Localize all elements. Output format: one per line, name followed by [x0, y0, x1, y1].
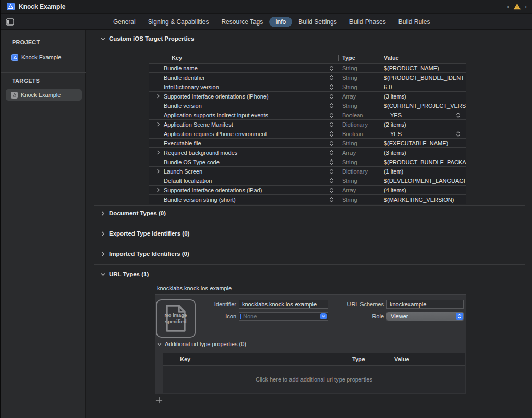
role-popup-button[interactable]: Viewer — [386, 312, 464, 321]
table-row[interactable]: Supported interface orientations (iPad)A… — [149, 185, 466, 194]
key-stepper-icon[interactable] — [329, 112, 334, 118]
table-row[interactable]: Bundle identifierString$(PRODUCT_BUNDLE_… — [149, 72, 466, 82]
key-stepper-icon[interactable] — [329, 93, 334, 100]
property-value[interactable]: (3 items) — [384, 150, 466, 156]
disclosure-chevron-icon[interactable] — [156, 169, 161, 174]
property-type[interactable]: Dictionary — [342, 121, 368, 128]
property-value[interactable]: (4 items) — [384, 187, 466, 193]
disclosure-chevron-icon[interactable] — [156, 150, 161, 155]
warning-icon[interactable] — [513, 3, 521, 10]
property-type[interactable]: String — [342, 140, 357, 146]
key-stepper-icon[interactable] — [329, 187, 334, 193]
property-value[interactable]: $(MARKETING_VERSION) — [384, 196, 466, 203]
identifier-field[interactable] — [239, 300, 328, 309]
tab-build-settings[interactable]: Build Settings — [292, 17, 343, 27]
chevron-right-icon[interactable] — [101, 252, 105, 256]
icon-combo-box[interactable]: None — [239, 312, 328, 321]
tab-signing-capabilities[interactable]: Signing & Capabilities — [142, 17, 215, 27]
section-document-types[interactable]: Document Types (0) — [101, 210, 166, 216]
table-row[interactable]: InfoDictionary versionString6.0 — [149, 82, 466, 91]
value-stepper-icon[interactable] — [456, 112, 461, 118]
disclosure-chevron-icon[interactable] — [156, 122, 161, 127]
section-url-types[interactable]: URL Types (1) — [101, 271, 149, 277]
tab-build-rules[interactable]: Build Rules — [392, 17, 437, 27]
nav-back-icon[interactable]: ‹ — [507, 3, 509, 10]
table-row[interactable]: Executable fileString$(EXECUTABLE_NAME) — [149, 138, 466, 147]
key-stepper-icon[interactable] — [329, 196, 334, 203]
property-type[interactable]: Dictionary — [342, 168, 368, 175]
property-value[interactable]: $(EXECUTABLE_NAME) — [384, 140, 466, 146]
table-row[interactable]: Bundle OS Type codeString$(PRODUCT_BUNDL… — [149, 157, 466, 166]
add-url-type-button[interactable] — [155, 396, 163, 404]
property-value[interactable]: YES — [390, 112, 466, 118]
table-row[interactable]: Required background modesArray(3 items) — [149, 147, 466, 157]
property-type[interactable]: Array — [342, 93, 356, 100]
property-value[interactable]: (1 item) — [384, 168, 466, 175]
section-exported-type-identifiers[interactable]: Exported Type Identifiers (0) — [101, 230, 189, 237]
chevron-right-icon[interactable] — [101, 211, 105, 216]
table-row[interactable]: Application Scene ManifestDictionary(2 i… — [149, 119, 466, 129]
tab-resource-tags[interactable]: Resource Tags — [215, 17, 269, 27]
property-type[interactable]: String — [342, 84, 357, 90]
table-row[interactable]: Bundle version string (short)String$(MAR… — [149, 194, 466, 204]
sidebar-item-project[interactable]: Knock Example — [6, 52, 82, 63]
tab-general[interactable]: General — [107, 17, 142, 27]
sidebar-item-target[interactable]: Knock Example — [6, 89, 82, 101]
table-row[interactable]: Application requires iPhone environmentB… — [149, 129, 466, 138]
property-type[interactable]: Array — [342, 150, 356, 156]
chevron-down-icon[interactable] — [101, 272, 105, 277]
property-value[interactable]: $(PRODUCT_NAME) — [384, 65, 466, 71]
property-value[interactable]: $(DEVELOPMENT_LANGUAGI — [384, 178, 466, 184]
property-value[interactable]: (2 items) — [384, 121, 466, 128]
key-stepper-icon[interactable] — [329, 131, 334, 137]
property-type[interactable]: String — [342, 159, 357, 165]
nav-forward-icon[interactable]: › — [525, 3, 527, 10]
property-type[interactable]: String — [342, 75, 357, 81]
property-value[interactable]: $(PRODUCT_BUNDLE_IDENT — [384, 75, 466, 81]
combo-dropdown-button[interactable] — [320, 313, 327, 319]
section-imported-type-identifiers[interactable]: Imported Type Identifiers (0) — [101, 251, 189, 257]
property-value[interactable]: $(CURRENT_PROJECT_VERS — [384, 103, 466, 109]
key-stepper-icon[interactable] — [329, 140, 334, 146]
chevron-down-icon[interactable] — [157, 342, 162, 347]
tab-build-phases[interactable]: Build Phases — [343, 17, 392, 27]
chevron-right-icon[interactable] — [101, 231, 105, 236]
key-stepper-icon[interactable] — [329, 178, 334, 184]
property-value[interactable]: 6.0 — [384, 84, 466, 90]
additional-props-empty-area[interactable]: Click here to add additional url type pr… — [163, 365, 465, 393]
property-type[interactable]: String — [342, 65, 357, 71]
key-stepper-icon[interactable] — [329, 121, 334, 128]
property-value[interactable]: (3 items) — [384, 93, 466, 100]
property-type[interactable]: Array — [342, 187, 356, 193]
key-stepper-icon[interactable] — [329, 103, 334, 109]
table-row[interactable]: Bundle versionString$(CURRENT_PROJECT_VE… — [149, 101, 466, 110]
property-type[interactable]: Boolean — [342, 112, 363, 118]
property-type[interactable]: String — [342, 103, 357, 109]
property-value[interactable]: $(PRODUCT_BUNDLE_PACKA — [384, 159, 466, 165]
key-stepper-icon[interactable] — [329, 75, 334, 81]
table-row[interactable]: Default localizationString$(DEVELOPMENT_… — [149, 176, 466, 185]
key-stepper-icon[interactable] — [329, 168, 334, 175]
key-stepper-icon[interactable] — [329, 150, 334, 156]
disclosure-chevron-icon[interactable] — [156, 94, 161, 99]
chevron-down-icon[interactable] — [101, 36, 105, 41]
table-row[interactable]: Application supports indirect input even… — [149, 110, 466, 119]
url-schemes-field[interactable] — [386, 300, 464, 309]
url-type-item-name[interactable]: knocklabs.knock.ios-example — [157, 285, 232, 291]
additional-url-props-header[interactable]: Additional url type properties (0) — [157, 341, 246, 347]
key-stepper-icon[interactable] — [329, 65, 334, 71]
property-value[interactable]: YES — [390, 131, 466, 137]
key-stepper-icon[interactable] — [329, 84, 334, 90]
property-type[interactable]: String — [342, 196, 357, 203]
section-custom-ios-target-properties[interactable]: Custom iOS Target Properties — [101, 35, 194, 42]
key-stepper-icon[interactable] — [329, 159, 334, 165]
disclosure-chevron-icon[interactable] — [156, 188, 161, 192]
property-type[interactable]: Boolean — [342, 131, 363, 137]
property-type[interactable]: String — [342, 178, 357, 184]
sidebar-toggle-icon[interactable] — [6, 18, 14, 26]
value-stepper-icon[interactable] — [456, 131, 461, 137]
table-row[interactable]: Bundle nameString$(PRODUCT_NAME) — [149, 63, 466, 72]
table-row[interactable]: Launch ScreenDictionary(1 item) — [149, 166, 466, 176]
tab-info[interactable]: Info — [269, 17, 292, 27]
table-row[interactable]: Supported interface orientations (iPhone… — [149, 91, 466, 101]
